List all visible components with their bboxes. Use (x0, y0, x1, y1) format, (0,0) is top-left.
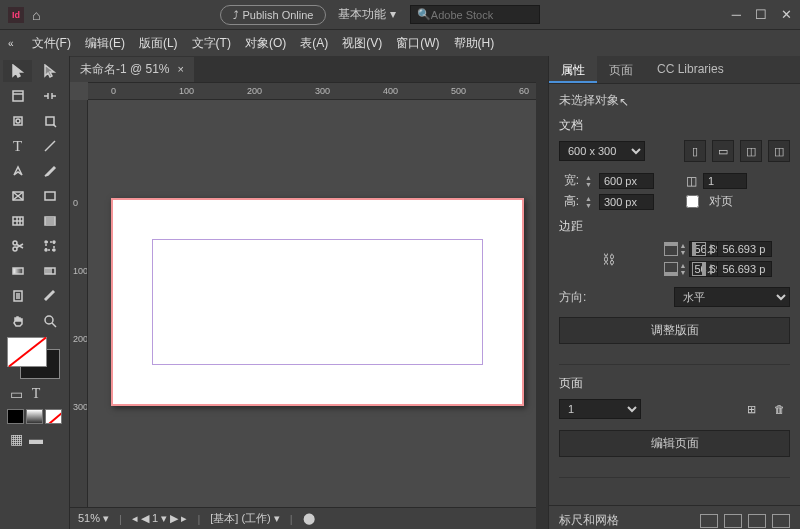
page-nav[interactable]: ◂ ◀ 1 ▾ ▶ ▸ (132, 512, 187, 525)
panel-tabs: 属性 页面 CC Libraries (549, 56, 800, 84)
orientation-select[interactable]: 水平 (674, 287, 790, 307)
margin-bottom-stepper[interactable]: ▲▼ (680, 262, 687, 276)
svg-rect-5 (45, 192, 55, 200)
svg-rect-3 (46, 117, 54, 125)
gradient-feather-tool[interactable] (35, 260, 64, 282)
minimize-button[interactable]: ─ (732, 7, 741, 22)
width-input[interactable] (599, 173, 654, 189)
binding-ltr-icon[interactable]: ◫ (740, 140, 762, 162)
menu-layout[interactable]: 版面(L) (139, 35, 178, 52)
pages-input[interactable] (703, 173, 747, 189)
publish-online-button[interactable]: ⤴ Publish Online (220, 5, 326, 25)
svg-point-18 (45, 316, 53, 324)
scissors-tool[interactable] (3, 235, 32, 257)
gradient-swatch-tool[interactable] (3, 260, 32, 282)
apply-color-icon[interactable] (7, 409, 24, 424)
pen-tool[interactable] (3, 160, 32, 182)
pencil-tool[interactable] (35, 160, 64, 182)
zoom-tool[interactable] (35, 310, 64, 332)
type-tool[interactable]: T (3, 135, 32, 157)
margin-left-input[interactable] (717, 241, 772, 257)
menu-table[interactable]: 表(A) (300, 35, 328, 52)
tab-properties[interactable]: 属性 (549, 56, 597, 83)
hand-tool[interactable] (3, 310, 32, 332)
page-select[interactable]: 1 (559, 399, 641, 419)
tab-cc-libraries[interactable]: CC Libraries (645, 56, 736, 83)
svg-point-13 (45, 249, 47, 251)
gap-tool[interactable] (35, 85, 64, 107)
page-artboard[interactable] (111, 198, 524, 406)
margin-right-input[interactable] (717, 261, 772, 277)
selection-tool[interactable] (3, 60, 32, 82)
content-collector-tool[interactable] (3, 110, 32, 132)
height-input[interactable] (599, 194, 654, 210)
section-rulers-grids: 标尺和网格 (559, 512, 619, 529)
page-preset-select[interactable]: 600 x 300 (559, 141, 645, 161)
grid-frame-tool[interactable] (3, 210, 32, 232)
collapsed-panel-strip[interactable] (536, 56, 548, 529)
canvas[interactable] (88, 100, 536, 507)
document-grid-icon[interactable] (748, 514, 766, 528)
direct-selection-tool[interactable] (35, 60, 64, 82)
fill-stroke-swatch[interactable] (7, 337, 62, 379)
maximize-button[interactable]: ☐ (755, 7, 767, 22)
formatting-text-icon[interactable]: T (27, 386, 45, 402)
workspace-switcher[interactable]: 基本功能 ▾ (338, 6, 395, 23)
delete-page-icon[interactable]: 🗑 (768, 398, 790, 420)
formatting-container-icon[interactable]: ▭ (7, 386, 25, 402)
apply-gradient-icon[interactable] (26, 409, 43, 424)
margin-right-stepper[interactable]: ▲▼ (708, 262, 715, 276)
adjust-layout-button[interactable]: 调整版面 (559, 317, 790, 344)
panel-toggle-icon[interactable]: « (8, 38, 14, 49)
rectangle-tool[interactable] (35, 185, 64, 207)
menu-edit[interactable]: 编辑(E) (85, 35, 125, 52)
ruler-horizontal: 0 100 200 300 400 500 60 (88, 82, 536, 100)
layer-indicator[interactable]: [基本] (工作) ▾ (210, 511, 280, 526)
title-bar: Id ⌂ ⤴ Publish Online 基本功能 ▾ 🔍 ─ ☐ ✕ (0, 0, 800, 30)
search-field[interactable]: 🔍 (410, 5, 540, 24)
link-margins-icon[interactable]: ⛓ (559, 252, 658, 267)
page-tool[interactable] (3, 85, 32, 107)
svg-rect-0 (13, 91, 23, 101)
status-bar: 51% ▾ | ◂ ◀ 1 ▾ ▶ ▸ | [基本] (工作) ▾ | ⬤ (70, 507, 536, 529)
free-transform-tool[interactable] (35, 235, 64, 257)
close-button[interactable]: ✕ (781, 7, 792, 22)
tab-pages[interactable]: 页面 (597, 56, 645, 83)
menu-file[interactable]: 文件(F) (32, 35, 71, 52)
facing-pages-checkbox[interactable] (686, 195, 699, 208)
search-input[interactable] (431, 9, 533, 21)
home-icon[interactable]: ⌂ (32, 7, 40, 23)
menu-object[interactable]: 对象(O) (245, 35, 286, 52)
zoom-level[interactable]: 51% ▾ (78, 512, 109, 525)
layout-grid-icon[interactable] (772, 514, 790, 528)
edit-page-button[interactable]: 编辑页面 (559, 430, 790, 457)
orientation-landscape-icon[interactable]: ▭ (712, 140, 734, 162)
margin-left-stepper[interactable]: ▲▼ (708, 242, 715, 256)
menu-help[interactable]: 帮助(H) (454, 35, 495, 52)
width-stepper[interactable]: ▲▼ (585, 174, 592, 188)
margin-top-stepper[interactable]: ▲▼ (680, 242, 687, 256)
ruler-icon[interactable] (700, 514, 718, 528)
binding-rtl-icon[interactable]: ◫ (768, 140, 790, 162)
rectangle-frame-tool[interactable] (3, 185, 32, 207)
horizontal-grid-tool[interactable] (35, 210, 64, 232)
view-mode-normal-icon[interactable]: ▦ (7, 431, 25, 447)
properties-panel: 属性 页面 CC Libraries 未选择对象↖ 文档 600 x 300 ▯… (548, 56, 800, 529)
height-stepper[interactable]: ▲▼ (585, 195, 592, 209)
document-area: 未命名-1 @ 51% × 0 100 200 300 400 500 60 0… (70, 56, 536, 529)
document-tab[interactable]: 未命名-1 @ 51% × (70, 57, 194, 82)
menu-type[interactable]: 文字(T) (192, 35, 231, 52)
apply-none-icon[interactable] (45, 409, 62, 424)
baseline-grid-icon[interactable] (724, 514, 742, 528)
line-tool[interactable] (35, 135, 64, 157)
new-page-icon[interactable]: ⊞ (740, 398, 762, 420)
menu-window[interactable]: 窗口(W) (396, 35, 439, 52)
content-placer-tool[interactable] (35, 110, 64, 132)
orientation-portrait-icon[interactable]: ▯ (684, 140, 706, 162)
document-tab-close-icon[interactable]: × (178, 63, 184, 75)
menu-view[interactable]: 视图(V) (342, 35, 382, 52)
note-tool[interactable] (3, 285, 32, 307)
eyedropper-tool[interactable] (35, 285, 64, 307)
status-warning-icon[interactable]: ⬤ (303, 512, 315, 525)
view-mode-preview-icon[interactable]: ▬ (27, 431, 45, 447)
